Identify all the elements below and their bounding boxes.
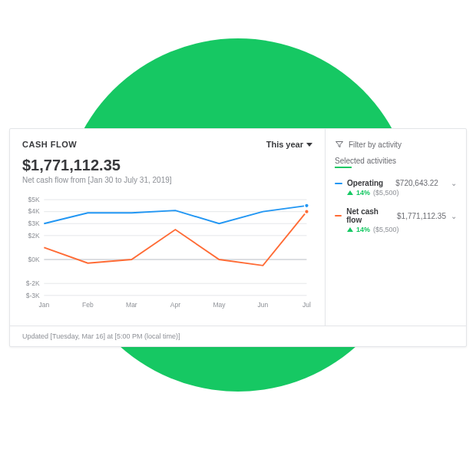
summary-subtitle: Net cash flow from [Jan 30 to July 31, 2… xyxy=(22,176,312,184)
chevron-down-icon: ⌄ xyxy=(451,179,457,187)
card-footer: Updated [Tuesday, Mar 16] at [5:00 PM (l… xyxy=(10,326,466,346)
activities-list: Operating $720,643.22 ⌄ 14% ($5,500) Net… xyxy=(335,179,457,233)
activity-row[interactable]: Operating $720,643.22 ⌄ 14% ($5,500) xyxy=(335,179,457,197)
filter-label: Filter by activity xyxy=(349,140,402,149)
activity-name: Net cash flow xyxy=(346,207,392,224)
cashflow-chart: $5K$4K$3K$2K$0K$-2K$-3KJanFebMarAprMayJu… xyxy=(22,192,312,315)
svg-text:$0K: $0K xyxy=(28,256,40,263)
activity-left: Net cash flow xyxy=(335,207,392,224)
activity-delta: 14% ($5,500) xyxy=(335,226,457,233)
activity-pct: 14% xyxy=(356,189,370,197)
page-title: CASH FLOW xyxy=(22,140,77,149)
selected-underline xyxy=(335,167,352,168)
activity-name: Operating xyxy=(347,179,383,187)
date-range-label: This year xyxy=(266,140,303,149)
selected-activities-heading: Selected activities xyxy=(335,157,457,165)
svg-text:Mar: Mar xyxy=(126,301,137,309)
svg-text:$-2K: $-2K xyxy=(26,279,40,287)
cashflow-card: CASH FLOW This year $1,771,112.35 Net ca… xyxy=(9,128,467,347)
chevron-down-icon: ⌄ xyxy=(451,212,457,220)
series-swatch xyxy=(335,183,342,184)
activity-top: Operating $720,643.22 ⌄ xyxy=(335,179,457,187)
activity-row[interactable]: Net cash flow $1,771,112.35 ⌄ 14% ($5,50… xyxy=(335,207,457,233)
svg-text:Jul: Jul xyxy=(302,301,311,309)
svg-text:Apr: Apr xyxy=(170,301,180,309)
series-swatch xyxy=(335,215,342,217)
main-panel: CASH FLOW This year $1,771,112.35 Net ca… xyxy=(10,129,325,326)
updated-text: Updated [Tuesday, Mar 16] at [5:00 PM (l… xyxy=(22,332,180,340)
trend-up-icon xyxy=(347,227,353,232)
activity-delta: 14% ($5,500) xyxy=(335,189,457,197)
svg-text:$2K: $2K xyxy=(28,232,40,240)
svg-point-21 xyxy=(305,203,309,208)
svg-point-22 xyxy=(305,210,309,214)
activity-value: $720,643.22 xyxy=(395,179,438,187)
activity-delta-value: ($5,500) xyxy=(373,189,399,197)
activity-left: Operating xyxy=(335,179,383,187)
side-panel: Filter by activity Selected activities O… xyxy=(325,129,466,326)
svg-text:$-3K: $-3K xyxy=(26,292,40,299)
activity-delta-value: ($5,500) xyxy=(373,226,399,233)
svg-text:Jan: Jan xyxy=(38,301,49,309)
svg-text:$4K: $4K xyxy=(28,207,40,215)
svg-text:Jun: Jun xyxy=(258,301,269,309)
date-range-dropdown[interactable]: This year xyxy=(266,140,312,149)
svg-text:May: May xyxy=(213,301,226,309)
svg-text:Feb: Feb xyxy=(82,301,94,309)
activity-value: $1,771,112.35 xyxy=(397,212,446,220)
svg-text:$3K: $3K xyxy=(28,220,40,227)
activity-top: Net cash flow $1,771,112.35 ⌄ xyxy=(335,207,457,224)
card-body: CASH FLOW This year $1,771,112.35 Net ca… xyxy=(10,129,466,326)
filter-by-activity[interactable]: Filter by activity xyxy=(335,140,457,149)
caret-down-icon xyxy=(306,143,312,147)
svg-text:$5K: $5K xyxy=(28,196,40,203)
filter-icon xyxy=(335,140,344,149)
activity-pct: 14% xyxy=(356,226,370,233)
trend-up-icon xyxy=(347,190,353,195)
header-row: CASH FLOW This year xyxy=(22,140,312,149)
total-amount: $1,771,112.35 xyxy=(22,157,312,174)
